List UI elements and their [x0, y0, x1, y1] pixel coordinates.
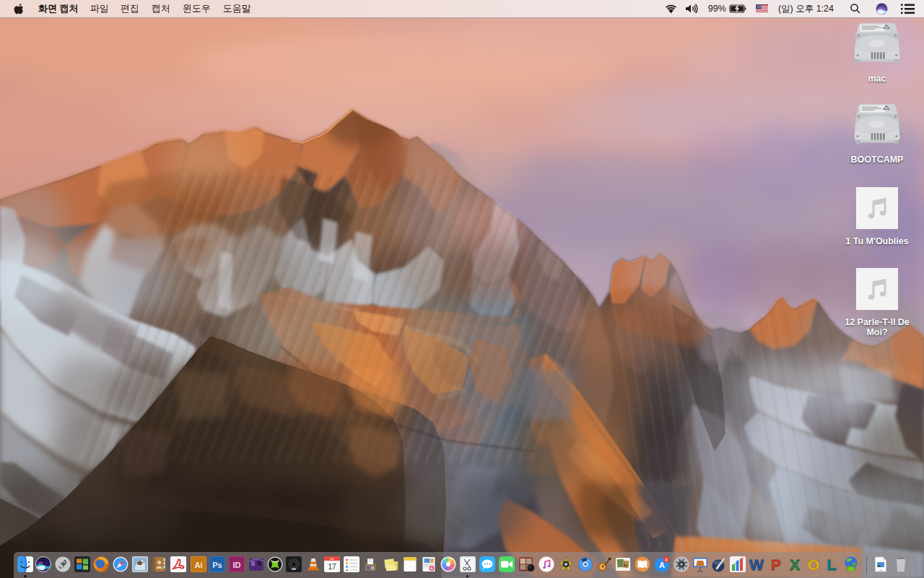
svg-text:W: W — [749, 556, 764, 572]
svg-text:17: 17 — [328, 563, 336, 571]
svg-text:Ai: Ai — [194, 561, 202, 569]
svg-text:A: A — [659, 561, 665, 569]
svg-text:O: O — [808, 556, 819, 572]
svg-text:JUL: JUL — [330, 558, 334, 561]
svg-text:X: X — [790, 556, 800, 572]
svg-text:Sign: Sign — [393, 563, 398, 566]
svg-text:ID: ID — [233, 561, 241, 569]
svg-text:P: P — [770, 556, 780, 572]
svg-text:Ps: Ps — [213, 561, 222, 569]
svg-text:L: L — [827, 556, 837, 572]
